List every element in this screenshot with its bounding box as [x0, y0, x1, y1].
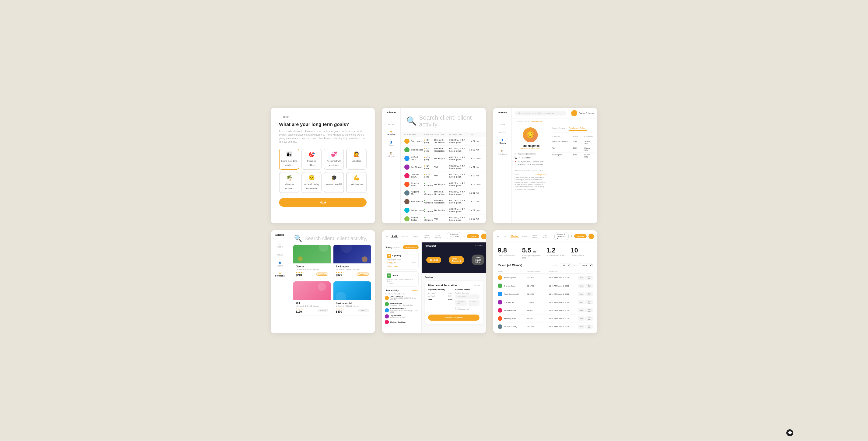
docs-btn[interactable]: Docs — [578, 324, 585, 329]
detail-sidebar-clients[interactable]: 👤Clients — [497, 138, 507, 145]
table-row[interactable]: Terri Hagenes On-going Divorce & Separat… — [401, 137, 486, 146]
view-all-link[interactable]: View All — [411, 290, 418, 292]
goal-no-weekend[interactable]: 😴 Not work during the weekend — [302, 172, 321, 193]
lib-opening-delete[interactable]: Delete — [412, 261, 416, 263]
builder-tab-team-activity[interactable]: Team Activity — [434, 234, 442, 239]
solution-row[interactable]: Divorce & Separation $300 24 June 2021 — [552, 139, 594, 146]
see-ans-btn[interactable]: See Ans — [585, 300, 593, 304]
library-item-slack[interactable]: 02 Slack ··· Notification for 10 min (or… — [385, 271, 418, 287]
result-row[interactable]: Amelia Osinski 38:08:31 11:01 AM / June … — [498, 306, 593, 315]
detail-sidebar-solutions[interactable]: 📋Solutions — [497, 149, 508, 156]
table-row[interactable]: Clifford Ondr... On-going Bankruptcy 03:… — [401, 154, 486, 163]
sol-will-status[interactable]: Publish — [318, 309, 328, 312]
sol-sidebar-solutions[interactable]: Solutions — [274, 272, 286, 278]
goal-spend-time[interactable]: 👨‍👧 Spend more time with kids — [279, 149, 299, 170]
table-row[interactable]: Latoya Hayes Complete Bankruptcy 03:32 P… — [401, 206, 486, 215]
result-row[interactable]: Joy Straisin 05:44:00 11:01 AM / June 1,… — [498, 298, 593, 306]
expiry-input[interactable]: Expiration date — [455, 300, 467, 306]
goal-exercise[interactable]: 💪 Exercise more — [346, 172, 366, 193]
docs-btn[interactable]: Docs — [578, 308, 585, 312]
tab-latest-activity[interactable]: Latest Activity — [552, 127, 565, 131]
solution-card-environmental[interactable]: Environmental 1 Content · Edited 2 min a… — [333, 281, 371, 315]
see-ans-btn[interactable]: See Ans — [585, 316, 593, 321]
detail-sidebar-activity[interactable]: Activity — [498, 130, 507, 134]
table-row[interactable]: Joy Straisin On-going Will 03:32 PM, In … — [401, 163, 486, 171]
goal-hobbies[interactable]: 🎯 Focus on hobbies — [302, 149, 321, 170]
table-row[interactable]: Glenda Koss On-going Divorce & Separatio… — [401, 146, 486, 154]
result-row[interactable]: Kimberly Kuhn 44:25:11 11:01 AM / June 1… — [498, 315, 593, 323]
docs-btn[interactable]: Docs — [578, 300, 585, 304]
sol-environmental-status[interactable]: Publish — [359, 309, 368, 312]
tab-purchased-solution[interactable]: Purchased Solution — [569, 127, 587, 131]
sidebar-item-clients[interactable]: 👤 Clients — [386, 140, 396, 148]
builder-tab-metrics[interactable]: Metrics — [401, 235, 409, 238]
metrics-tab-team-activity[interactable]: Team Activity — [541, 234, 550, 239]
see-ans-btn[interactable]: See Ans — [585, 308, 593, 312]
metrics-preview-toggle[interactable]: 👁 — [570, 235, 572, 237]
goal-volunteer[interactable]: 🙋 Volunteer — [346, 149, 366, 170]
table-row[interactable]: Andrea Collier Complete Will 03:32 PM, I… — [401, 215, 486, 223]
lib-slack-menu[interactable]: ··· — [414, 274, 416, 277]
builder-tab-build[interactable]: Build — [391, 234, 398, 238]
security-input[interactable]: Security — [468, 300, 479, 306]
expand-btn[interactable]: ⤡ Expand — [474, 244, 483, 246]
sol-sidebar-clients[interactable]: 👤Clients — [275, 261, 285, 268]
solution-row[interactable]: Will $300 24 June 2021 — [552, 146, 594, 153]
solution-card-will[interactable]: Will 1 Content · Edited 2 min ago ☆☆☆☆☆ … — [293, 281, 331, 315]
add-content-button[interactable]: + Add Content — [403, 245, 418, 249]
solution-row[interactable]: Bankruptcy $300 24 June 2021 — [552, 153, 594, 159]
solution-card-bankruptcy[interactable]: Bankruptcy 1 Content · Edited 2 min ago … — [333, 245, 371, 279]
metrics-solution-selector[interactable]: Divorce & Separation ▾ — [554, 232, 569, 240]
docs-btn[interactable]: Docs — [578, 292, 585, 296]
metrics-tab-metrics[interactable]: Metrics — [510, 234, 519, 238]
sort-select[interactable]: Latest — [579, 263, 593, 267]
flow-node-lorem[interactable]: Lorem ipsum dolor — [471, 255, 485, 265]
builder-tab-client-activity[interactable]: Client Activity — [423, 234, 431, 239]
sol-divorce-status[interactable]: Published — [316, 273, 328, 276]
next-button[interactable]: Next — [279, 198, 367, 207]
sol-sidebar-activity[interactable]: Activity — [275, 253, 285, 257]
solution-card-divorce[interactable]: Divorce 1 Content · Edited 2 min ago ★★★… — [293, 245, 331, 279]
detail-sidebar-home[interactable]: ⌂Home — [498, 119, 506, 126]
table-row[interactable]: Jasmine Gray... On-going Will 03:32 PM, … — [401, 171, 486, 180]
goal-vacations[interactable]: 🌴 Take more vacations — [279, 172, 299, 193]
metrics-tab-build[interactable]: Build — [502, 235, 508, 238]
builder-tab-theme[interactable]: Theme — [412, 235, 420, 238]
lib-opening-change-type[interactable]: Change type — [387, 261, 396, 263]
lib-item-menu[interactable]: ··· — [414, 255, 416, 257]
sol-bankruptcy-status[interactable]: Published — [356, 273, 368, 276]
result-row[interactable]: Terri Hagenes 00:42:21 11:01 AM / June 1… — [498, 274, 593, 282]
see-ans-btn[interactable]: See Ans — [585, 276, 593, 280]
sidebar-item-home[interactable]: ⌂ Home — [387, 119, 395, 126]
sidebar-item-activity[interactable]: Activity — [386, 130, 397, 136]
table-row[interactable]: Bob Johnson Complete Divorce & Separatio… — [401, 197, 486, 206]
docs-btn[interactable]: Docs — [578, 316, 585, 321]
detail-search-bar[interactable]: Search client, client activity or soluti… — [515, 111, 566, 116]
result-row[interactable]: Pearl Jakubowski 01:00:10 11:01 AM / Jun… — [498, 290, 593, 298]
docs-btn[interactable]: Docs — [578, 276, 585, 280]
solution-selector[interactable]: Divorce & Separation ▾ — [447, 232, 461, 240]
publish-button[interactable]: Publish — [467, 234, 479, 238]
builder-back-button[interactable]: ← — [385, 234, 389, 238]
change-notes-btn[interactable]: Change item — [535, 174, 546, 176]
preview-toggle[interactable]: 👁 — [463, 235, 465, 237]
back-button[interactable]: ← back — [279, 115, 367, 119]
card-number-input[interactable]: Card number — [455, 294, 479, 299]
see-ans-btn[interactable]: See Ans — [585, 292, 593, 296]
table-row[interactable]: Kimberly Kuhn Complete Bankruptcy 03:32 … — [401, 180, 486, 189]
docs-btn[interactable]: Docs — [578, 284, 585, 288]
sidebar-item-solutions[interactable]: 📋 Solutions — [385, 151, 397, 158]
filter-select[interactable]: All — [560, 263, 571, 267]
see-ans-btn[interactable]: See Ans — [585, 324, 593, 329]
metrics-back-button[interactable]: ← — [496, 234, 500, 238]
result-row[interactable]: Glenda Koss 01:17:12 11:01 AM / June 1, … — [498, 282, 593, 290]
library-item-opening[interactable]: 01 Opening ··· Engaging the client Chang… — [385, 252, 418, 270]
table-row[interactable]: Angelina Mc... Complete Divorce & Separa… — [401, 189, 486, 197]
flow-node-first-payment[interactable]: First Payment — [449, 256, 464, 264]
goal-learn-skill[interactable]: 🎓 Learn 4 new skill — [324, 172, 344, 193]
metrics-tab-client-activity[interactable]: Client Activity — [531, 234, 539, 239]
lib-edit-in-docs[interactable]: 📝 Edit in Docs — [387, 265, 416, 267]
result-row[interactable]: Russell O'Reilly 01:44:00 11:01 AM / Jun… — [498, 323, 593, 331]
goal-reconnect[interactable]: 💞 Reconnect with loved ones — [324, 149, 344, 170]
see-ans-btn[interactable]: See Ans — [585, 284, 593, 288]
